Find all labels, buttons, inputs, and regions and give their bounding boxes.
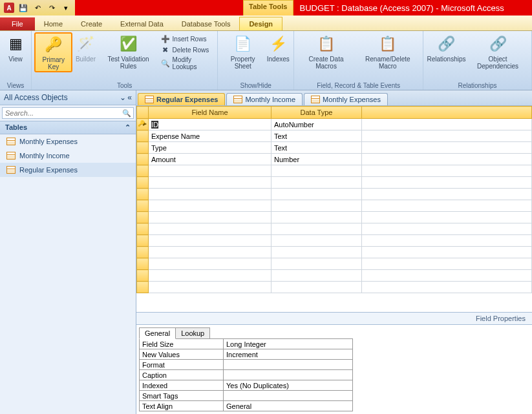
table-row[interactable] [137, 270, 532, 282]
property-sheet: General Lookup Field SizeLong Integer Ne… [136, 324, 532, 414]
table-row[interactable] [137, 258, 532, 270]
indexes-icon: ⚡ [268, 34, 288, 54]
table-row[interactable] [137, 247, 532, 258]
prop-row[interactable]: Format [140, 360, 353, 370]
title-bar: A 💾 ↶ ↷ ▾ Table Tools BUDGET : Database … [0, 0, 532, 16]
nav-item-monthly-income[interactable]: Monthly Income [0, 149, 136, 163]
nav-item-regular-expenses[interactable]: Regular Expenses [0, 163, 136, 177]
tab-create[interactable]: Create [72, 17, 111, 30]
field-name-cell[interactable]: ID [149, 119, 271, 130]
view-button[interactable]: ▦ View [3, 32, 28, 64]
quick-access-toolbar: A 💾 ↶ ↷ ▾ [0, 0, 75, 16]
navigation-pane: All Access Objects ⌄« 🔍 Tables⌃ Monthly … [0, 90, 136, 414]
row-selector[interactable] [137, 142, 149, 154]
table-row[interactable]: AmountNumber [137, 154, 532, 165]
nav-dropdown-icon[interactable]: ⌄ [120, 93, 126, 102]
prop-row[interactable]: Field SizeLong Integer [140, 339, 353, 349]
builder-button[interactable]: 🪄 Builder [72, 32, 98, 64]
window-title: BUDGET : Database (Access 2007) - Micros… [293, 3, 533, 13]
group-relationships: 🔗Relationships 🔗Object Dependencies Rela… [423, 31, 532, 90]
document-tabs: Regular Expenses Monthly Income Monthly … [136, 90, 532, 106]
object-dependencies-button[interactable]: 🔗Object Dependencies [467, 32, 529, 71]
nav-header[interactable]: All Access Objects ⌄« [0, 90, 136, 105]
data-type-cell[interactable]: Number [271, 154, 362, 165]
table-row[interactable] [137, 212, 532, 223]
tab-external-data[interactable]: External Data [111, 17, 173, 30]
insert-rows-button[interactable]: ➕Insert Rows [160, 34, 214, 44]
doc-tab-regular-expenses[interactable]: Regular Expenses [138, 93, 225, 105]
prop-row[interactable]: New ValuesIncrement [140, 349, 353, 360]
prop-tab-general[interactable]: General [139, 327, 176, 339]
field-name-cell[interactable]: Type [149, 142, 271, 154]
row-selector[interactable] [137, 130, 149, 142]
prop-row[interactable]: Smart Tags [140, 391, 353, 401]
row-selector[interactable] [137, 154, 149, 165]
data-type-cell[interactable]: AutoNumber [271, 119, 362, 130]
field-grid[interactable]: Field Name Data Type IDAutoNumber Expens… [136, 106, 532, 312]
ribbon: ▦ View Views 🔑 Primary Key 🪄 Builder ✅ T… [0, 31, 532, 90]
search-icon[interactable]: 🔍 [120, 108, 133, 118]
save-icon[interactable]: 💾 [17, 1, 30, 14]
rename-delete-macro-button[interactable]: 📋Rename/Delete Macro [356, 32, 420, 71]
modify-lookups-button[interactable]: 🔍Modify Lookups [160, 56, 214, 71]
nav-group-tables[interactable]: Tables⌃ [0, 121, 136, 134]
indexes-button[interactable]: ⚡Indexes [265, 32, 291, 64]
nav-item-monthly-expenses[interactable]: Monthly Expenses [0, 134, 136, 149]
table-row[interactable] [137, 200, 532, 212]
prop-row[interactable]: Text AlignGeneral [140, 401, 353, 411]
create-data-macros-button[interactable]: 📋Create Data Macros [297, 32, 355, 71]
delete-rows-button[interactable]: ✖Delete Rows [160, 45, 214, 55]
tab-home[interactable]: Home [35, 17, 72, 30]
table-row[interactable] [137, 189, 532, 200]
app-icon[interactable]: A [3, 1, 16, 14]
undo-icon[interactable]: ↶ [31, 1, 44, 14]
property-sheet-button[interactable]: 📄Property Sheet [220, 32, 265, 71]
tab-database-tools[interactable]: Database Tools [173, 17, 240, 30]
nav-collapse-icon[interactable]: « [127, 93, 132, 102]
data-type-cell[interactable]: Text [271, 142, 362, 154]
row-selector[interactable] [137, 119, 149, 130]
design-surface: Regular Expenses Monthly Income Monthly … [136, 90, 532, 414]
table-row[interactable] [137, 235, 532, 247]
col-description[interactable] [362, 107, 532, 119]
tab-file[interactable]: File [0, 17, 35, 30]
doc-tab-monthly-income[interactable]: Monthly Income [226, 93, 303, 105]
tab-design[interactable]: Design [239, 17, 282, 30]
datasheet-icon: ▦ [5, 34, 26, 54]
table-row[interactable]: TypeText [137, 142, 532, 154]
table-row[interactable]: IDAutoNumber [137, 119, 532, 130]
col-data-type[interactable]: Data Type [271, 107, 362, 119]
field-name-cell[interactable]: Expense Name [149, 130, 271, 142]
field-name-cell[interactable]: Amount [149, 154, 271, 165]
doc-tab-monthly-expenses[interactable]: Monthly Expenses [304, 93, 388, 105]
group-showhide: 📄Property Sheet ⚡Indexes Show/Hide [218, 31, 294, 90]
table-row[interactable] [137, 177, 532, 189]
table-row[interactable] [137, 223, 532, 235]
main-area: All Access Objects ⌄« 🔍 Tables⌃ Monthly … [0, 90, 532, 414]
collapse-icon[interactable]: ⌃ [125, 123, 131, 132]
table-icon [145, 96, 154, 103]
qat-dropdown-icon[interactable]: ▾ [59, 1, 72, 14]
primary-key-button[interactable]: 🔑 Primary Key [34, 32, 72, 72]
test-validation-button[interactable]: ✅ Test Validation Rules [98, 32, 158, 71]
prop-tab-lookup[interactable]: Lookup [175, 327, 210, 339]
check-icon: ✅ [118, 34, 139, 54]
data-type-cell[interactable]: Text [271, 130, 362, 142]
select-all-cell[interactable] [137, 107, 149, 119]
table-row[interactable]: Expense NameText [137, 130, 532, 142]
nav-search[interactable]: 🔍 [2, 107, 134, 119]
macro-icon: 📋 [316, 34, 337, 54]
relationships-icon: 🔗 [436, 34, 456, 54]
group-tools: 🔑 Primary Key 🪄 Builder ✅ Test Validatio… [32, 31, 218, 90]
property-sheet-icon: 📄 [233, 34, 253, 54]
search-input[interactable] [3, 108, 120, 118]
contextual-tab-label: Table Tools [243, 0, 293, 16]
col-field-name[interactable]: Field Name [149, 107, 271, 119]
table-icon [311, 96, 320, 103]
redo-icon[interactable]: ↷ [45, 1, 58, 14]
relationships-button[interactable]: 🔗Relationships [426, 32, 467, 64]
prop-row[interactable]: Caption [140, 370, 353, 380]
table-row[interactable] [137, 165, 532, 177]
table-row[interactable] [137, 282, 532, 293]
prop-row[interactable]: IndexedYes (No Duplicates) [140, 380, 353, 391]
